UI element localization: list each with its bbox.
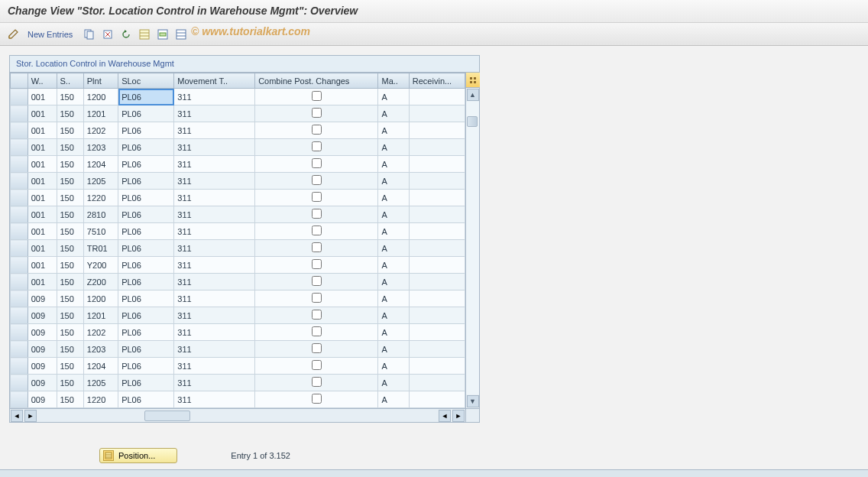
- row-selector[interactable]: [11, 240, 28, 257]
- combine-checkbox[interactable]: [312, 276, 322, 286]
- row-selector[interactable]: [11, 105, 28, 122]
- cell-plnt[interactable]: 1205: [83, 375, 118, 391]
- cell-ma[interactable]: A: [378, 257, 409, 274]
- cell-s[interactable]: 150: [57, 375, 83, 391]
- cell-w[interactable]: 009: [28, 341, 57, 358]
- cell-receiving[interactable]: [409, 257, 465, 274]
- th-ma[interactable]: Ma..: [378, 73, 409, 89]
- cell-receiving[interactable]: [409, 375, 465, 391]
- cell-receiving[interactable]: [409, 358, 465, 375]
- cell-sloc[interactable]: PL06: [118, 240, 174, 257]
- cell-plnt[interactable]: 1201: [83, 307, 118, 324]
- cell-plnt[interactable]: 1203: [83, 139, 118, 156]
- cell-ma[interactable]: A: [378, 89, 409, 105]
- combine-checkbox[interactable]: [312, 326, 322, 336]
- combine-checkbox[interactable]: [312, 175, 322, 185]
- cell-sloc[interactable]: PL06: [118, 375, 174, 391]
- cell-s[interactable]: 150: [57, 391, 83, 408]
- new-entries-button[interactable]: New Entries: [24, 26, 79, 43]
- cell-sloc[interactable]: PL06: [118, 122, 174, 139]
- cell-movement[interactable]: 311: [174, 358, 255, 375]
- cell-receiving[interactable]: [409, 274, 465, 290]
- th-plnt[interactable]: Plnt: [83, 73, 118, 89]
- cell-plnt[interactable]: 1202: [83, 122, 118, 139]
- position-button[interactable]: Position...: [99, 448, 177, 463]
- cell-movement[interactable]: 311: [174, 274, 255, 290]
- cell-movement[interactable]: 311: [174, 156, 255, 173]
- cell-w[interactable]: 001: [28, 122, 57, 139]
- row-selector[interactable]: [11, 89, 28, 105]
- cell-plnt[interactable]: 1204: [83, 156, 118, 173]
- cell-sloc[interactable]: PL06: [118, 156, 174, 173]
- combine-checkbox[interactable]: [312, 192, 322, 202]
- v-scroll-up-icon[interactable]: ▲: [467, 89, 479, 101]
- cell-plnt[interactable]: 1202: [83, 324, 118, 341]
- cell-sloc[interactable]: PL06: [118, 257, 174, 274]
- cell-movement[interactable]: 311: [174, 375, 255, 391]
- cell-plnt[interactable]: 1200: [83, 89, 118, 105]
- row-selector[interactable]: [11, 391, 28, 408]
- cell-s[interactable]: 150: [57, 324, 83, 341]
- th-sloc[interactable]: SLoc: [118, 73, 174, 89]
- cell-combine[interactable]: [255, 105, 378, 122]
- cell-plnt[interactable]: 1203: [83, 341, 118, 358]
- cell-movement[interactable]: 311: [174, 324, 255, 341]
- cell-w[interactable]: 009: [28, 358, 57, 375]
- cell-combine[interactable]: [255, 240, 378, 257]
- combine-checkbox[interactable]: [312, 141, 322, 151]
- cell-movement[interactable]: 311: [174, 173, 255, 190]
- cell-movement[interactable]: 311: [174, 206, 255, 223]
- v-scroll-track[interactable]: [466, 102, 479, 394]
- cell-sloc[interactable]: PL06: [118, 223, 174, 240]
- cell-sloc[interactable]: PL06: [118, 105, 174, 122]
- table-row[interactable]: 0091501205PL06311A: [11, 375, 465, 391]
- cell-w[interactable]: 001: [28, 105, 57, 122]
- table-row[interactable]: 0011501200PL06311A: [11, 89, 465, 105]
- cell-ma[interactable]: A: [378, 156, 409, 173]
- cell-plnt[interactable]: Z200: [83, 274, 118, 290]
- cell-combine[interactable]: [255, 206, 378, 223]
- delete-icon[interactable]: [100, 27, 115, 42]
- cell-ma[interactable]: A: [378, 190, 409, 206]
- select-block-icon[interactable]: [155, 27, 170, 42]
- row-selector[interactable]: [11, 358, 28, 375]
- cell-plnt[interactable]: 1220: [83, 391, 118, 408]
- cell-movement[interactable]: 311: [174, 105, 255, 122]
- table-config-icon[interactable]: [466, 73, 480, 88]
- cell-sloc[interactable]: PL06: [118, 358, 174, 375]
- combine-checkbox[interactable]: [312, 242, 322, 252]
- row-selector[interactable]: [11, 375, 28, 391]
- cell-plnt[interactable]: 1204: [83, 358, 118, 375]
- cell-ma[interactable]: A: [378, 358, 409, 375]
- cell-ma[interactable]: A: [378, 173, 409, 190]
- deselect-all-icon[interactable]: [173, 27, 189, 42]
- combine-checkbox[interactable]: [312, 226, 322, 235]
- cell-w[interactable]: 001: [28, 240, 57, 257]
- cell-plnt[interactable]: 1220: [83, 190, 118, 206]
- cell-movement[interactable]: 311: [174, 257, 255, 274]
- v-scroll-thumb[interactable]: [467, 116, 478, 127]
- cell-s[interactable]: 150: [57, 223, 83, 240]
- cell-ma[interactable]: A: [378, 274, 409, 290]
- h-scroll-left-icon[interactable]: ◄: [11, 410, 23, 422]
- combine-checkbox[interactable]: [312, 108, 322, 118]
- cell-w[interactable]: 009: [28, 391, 57, 408]
- table-row[interactable]: 001150Z200PL06311A: [11, 274, 465, 290]
- cell-receiving[interactable]: [409, 307, 465, 324]
- combine-checkbox[interactable]: [312, 343, 322, 353]
- row-selector[interactable]: [11, 173, 28, 190]
- cell-combine[interactable]: [255, 173, 378, 190]
- cell-sloc[interactable]: PL06: [118, 173, 174, 190]
- cell-ma[interactable]: A: [378, 139, 409, 156]
- table-row[interactable]: 0011502810PL06311A: [11, 206, 465, 223]
- cell-s[interactable]: 150: [57, 358, 83, 375]
- cell-movement[interactable]: 311: [174, 139, 255, 156]
- cell-plnt[interactable]: TR01: [83, 240, 118, 257]
- row-selector[interactable]: [11, 307, 28, 324]
- cell-w[interactable]: 001: [28, 257, 57, 274]
- cell-receiving[interactable]: [409, 206, 465, 223]
- cell-receiving[interactable]: [409, 122, 465, 139]
- row-selector[interactable]: [11, 190, 28, 206]
- cell-w[interactable]: 001: [28, 206, 57, 223]
- cell-plnt[interactable]: 7510: [83, 223, 118, 240]
